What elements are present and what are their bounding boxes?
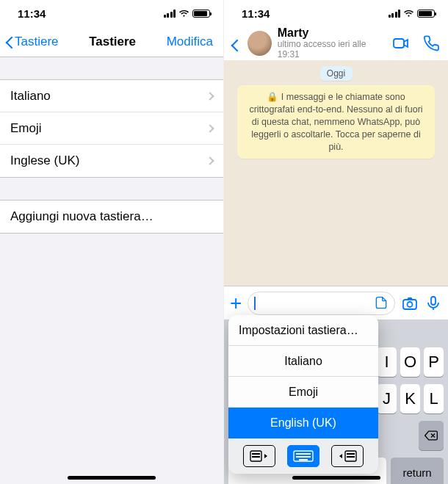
key[interactable]: L (424, 384, 444, 413)
keyboard-label: Emoji (10, 121, 42, 136)
svg-rect-5 (252, 453, 260, 455)
key[interactable]: I (377, 347, 397, 377)
key[interactable]: J (377, 384, 397, 413)
cellular-icon (389, 10, 401, 18)
day-separator: Oggi (320, 66, 353, 81)
status-time: 11:34 (242, 7, 270, 20)
svg-rect-13 (347, 456, 355, 458)
chat-body[interactable]: Oggi 🔒 I messaggi e le chiamate sono cri… (224, 60, 448, 286)
keyboard-dock-full-icon[interactable] (287, 445, 319, 467)
status-time: 11:34 (18, 7, 46, 20)
status-bar: 11:34 (0, 0, 223, 26)
backspace-key[interactable] (419, 421, 444, 450)
svg-rect-0 (394, 39, 404, 48)
message-input[interactable] (248, 292, 395, 315)
attach-button[interactable]: + (230, 293, 242, 314)
last-seen: ultimo accesso ieri alle 19:31 (278, 39, 386, 59)
keyboard-label: Italiano (10, 89, 51, 104)
key[interactable]: P (424, 347, 444, 377)
keyboard-dock-left-icon[interactable] (243, 445, 275, 467)
cellular-icon (164, 10, 176, 18)
camera-icon[interactable] (401, 295, 419, 312)
battery-icon (192, 10, 210, 18)
keyboard-row[interactable]: Emoji (0, 112, 223, 145)
chevron-right-icon (206, 92, 214, 100)
keyboard-settings-item[interactable]: Impostazioni tastiera… (228, 315, 378, 346)
svg-point-2 (408, 302, 413, 307)
contact-name: Marty (278, 27, 386, 39)
home-indicator[interactable] (292, 476, 380, 480)
key[interactable]: O (400, 347, 420, 377)
chevron-right-icon (206, 156, 214, 165)
svg-rect-8 (296, 453, 311, 455)
page-title: Tastiere (89, 35, 136, 49)
avatar[interactable] (248, 31, 272, 56)
return-key[interactable]: return (391, 458, 444, 484)
keyboard-lang-item[interactable]: Emoji (228, 377, 378, 408)
nav-bar: Tastiere Tastiere Modifica (0, 26, 223, 57)
chat-header: Marty ultimo accesso ieri alle 19:31 (224, 26, 448, 60)
battery-icon (417, 10, 435, 18)
wifi-icon (403, 10, 414, 18)
svg-rect-1 (403, 300, 416, 309)
keyboard-label: Inglese (UK) (10, 153, 79, 168)
keyboard-mode-row (228, 438, 378, 474)
keyboard-row[interactable]: Inglese (UK) (0, 145, 223, 177)
suggestion[interactable] (374, 319, 448, 344)
sticker-icon[interactable] (374, 296, 389, 311)
svg-rect-10 (299, 459, 308, 460)
svg-rect-3 (431, 297, 436, 305)
home-indicator[interactable] (68, 476, 156, 480)
add-keyboard-label: Aggiungi nuova tastiera… (10, 209, 153, 224)
status-bar: 11:34 (224, 0, 448, 26)
chevron-left-icon (231, 41, 242, 50)
chevron-right-icon (206, 124, 214, 132)
add-keyboard-button[interactable]: Aggiungi nuova tastiera… (0, 201, 223, 233)
mic-icon[interactable] (424, 295, 442, 312)
svg-rect-9 (296, 456, 311, 458)
keyboard: I I'm U I O P J K L (224, 319, 448, 484)
back-button[interactable] (231, 37, 242, 50)
keyboard-switcher-popover: Impostazioni tastiera… Italiano Emoji En… (228, 315, 378, 474)
keyboards-list: Italiano Emoji Inglese (UK) (0, 79, 223, 178)
keyboard-lang-item[interactable]: Italiano (228, 346, 378, 377)
wifi-icon (178, 10, 189, 18)
keyboard-dock-right-icon[interactable] (331, 445, 364, 467)
chevron-left-icon (6, 35, 15, 49)
svg-rect-6 (252, 456, 260, 458)
edit-button[interactable]: Modifica (167, 35, 217, 49)
back-label: Tastiere (15, 35, 59, 49)
key[interactable]: K (400, 384, 420, 413)
contact-info[interactable]: Marty ultimo accesso ieri alle 19:31 (278, 27, 386, 59)
voice-call-icon[interactable] (423, 35, 441, 52)
svg-rect-12 (347, 453, 355, 455)
keyboard-row[interactable]: Italiano (0, 80, 223, 112)
encryption-notice[interactable]: 🔒 I messaggi e le chiamate sono crittogr… (237, 85, 435, 159)
text-caret (254, 297, 256, 310)
settings-screen: 11:34 Tastiere Tastiere Modifica Italian… (0, 0, 224, 484)
back-button[interactable]: Tastiere (6, 35, 59, 49)
video-call-icon[interactable] (392, 35, 410, 52)
whatsapp-screen: 11:34 Marty ultimo accesso ieri alle 19:… (224, 0, 448, 484)
keyboard-lang-item-selected[interactable]: English (UK) (228, 408, 378, 438)
